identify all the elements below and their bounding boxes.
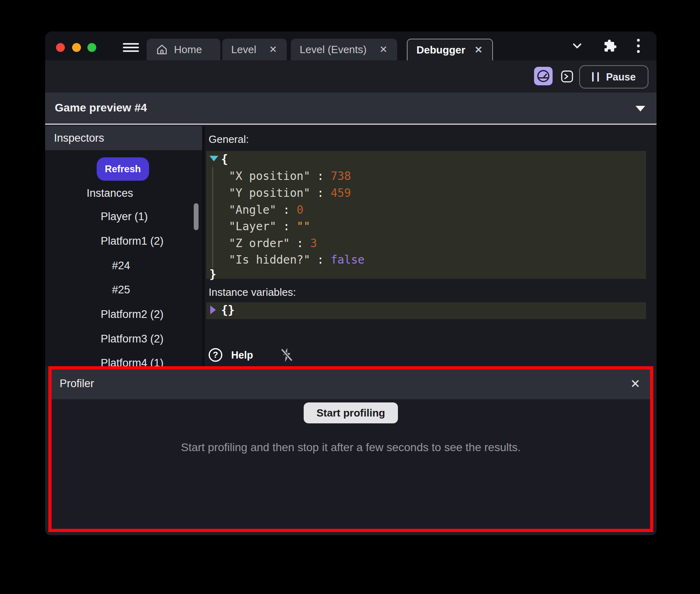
- home-icon: [155, 43, 168, 56]
- tab-level[interactable]: Level ✕: [222, 39, 287, 60]
- json-row-x-position[interactable]: "X position" : 738: [229, 169, 351, 183]
- pause-icon: [592, 72, 599, 82]
- tree-item-24[interactable]: #24: [112, 260, 130, 272]
- help-label: Help: [231, 349, 253, 361]
- close-icon[interactable]: ✕: [630, 377, 640, 391]
- json-row-y-position[interactable]: "Y position" : 459: [229, 186, 351, 200]
- profiler-title: Profiler: [60, 377, 94, 390]
- pause-label: Pause: [606, 71, 636, 83]
- general-label: General:: [209, 133, 249, 146]
- debugger-toolbar: Pause: [45, 60, 657, 93]
- game-preview-title: Game preview #4: [55, 101, 147, 114]
- sidebar-scrollbar-thumb[interactable]: [194, 203, 199, 230]
- json-open-brace: {: [221, 153, 228, 166]
- kebab-menu-icon[interactable]: [636, 38, 640, 54]
- console-icon[interactable]: [561, 70, 574, 83]
- profiler-body: Start profiling Start profiling and then…: [52, 399, 650, 529]
- tab-label: Debugger: [416, 44, 465, 56]
- general-json-view: { "X position" : 738 "Y position" : 459 …: [206, 151, 646, 279]
- tree-item-platform3[interactable]: Platform3 (2): [101, 333, 164, 345]
- inspectors-title: Inspectors: [54, 132, 104, 144]
- tab-label: Level (Events): [300, 43, 367, 56]
- json-row-layer[interactable]: "Layer" : "": [229, 220, 310, 233]
- tab-debugger-active[interactable]: Debugger ✕: [407, 39, 493, 60]
- tab-label: Home: [174, 43, 202, 56]
- tab-label: Level: [231, 43, 256, 56]
- profiler-description: Start profiling and then stop it after a…: [181, 441, 521, 454]
- instance-variables-json-view: {}: [206, 302, 646, 319]
- flash-off-icon[interactable]: [280, 347, 294, 363]
- collapse-caret-icon[interactable]: [209, 156, 218, 161]
- inspectors-sidebar: Inspectors Refresh Instances Player (1) …: [45, 126, 202, 366]
- json-row-angle[interactable]: "Angle" : 0: [229, 203, 303, 217]
- macos-minimize-button[interactable]: [72, 43, 81, 52]
- chevron-down-icon[interactable]: [636, 106, 645, 111]
- tree-item-platform1[interactable]: Platform1 (2): [101, 235, 164, 248]
- tree-item-instances[interactable]: Instances: [87, 187, 133, 200]
- inspector-detail-panel: General: { "X position" : 738 "Y positio…: [205, 126, 657, 366]
- titlebar: Home Level ✕ Level (Events) ✕ Debugger ✕: [45, 31, 657, 60]
- tab-home[interactable]: Home: [147, 39, 220, 60]
- hamburger-menu-icon[interactable]: [123, 43, 139, 52]
- tree-item-player[interactable]: Player (1): [101, 210, 148, 223]
- tab-close-icon[interactable]: ✕: [268, 44, 278, 55]
- help-icon[interactable]: ?: [209, 348, 222, 362]
- tab-close-icon[interactable]: ✕: [474, 44, 483, 56]
- pause-button[interactable]: Pause: [579, 65, 648, 89]
- macos-close-button[interactable]: [56, 43, 65, 52]
- tree-item-25[interactable]: #25: [112, 284, 130, 296]
- json-row-z-order[interactable]: "Z order" : 3: [229, 237, 317, 250]
- content-area: Inspectors Refresh Instances Player (1) …: [45, 126, 657, 366]
- profiler-panel: Profiler ✕ Start profiling Start profili…: [48, 366, 653, 532]
- indent-guide: [212, 167, 213, 268]
- help-row: ? Help: [209, 347, 294, 363]
- chevron-down-icon[interactable]: [570, 39, 584, 53]
- expand-caret-icon[interactable]: [210, 305, 216, 314]
- refresh-button[interactable]: Refresh: [97, 157, 149, 181]
- json-close-brace: }: [209, 268, 216, 281]
- inspectors-header: Inspectors: [45, 126, 202, 150]
- debugger-window: Home Level ✕ Level (Events) ✕ Debugger ✕: [45, 31, 657, 535]
- tree-item-platform2[interactable]: Platform2 (2): [101, 308, 164, 321]
- tab-close-icon[interactable]: ✕: [379, 44, 388, 55]
- instance-variables-label: Instance variables:: [209, 286, 296, 299]
- profiler-header: Profiler ✕: [52, 369, 650, 399]
- json-row-is-hidden[interactable]: "Is hidden?" : false: [229, 253, 364, 266]
- tab-level-events[interactable]: Level (Events) ✕: [291, 39, 397, 60]
- profiler-gauge-icon[interactable]: [534, 67, 553, 85]
- extensions-puzzle-icon[interactable]: [603, 39, 617, 53]
- start-profiling-button[interactable]: Start profiling: [304, 402, 398, 423]
- game-preview-header[interactable]: Game preview #4: [45, 93, 657, 125]
- empty-object-braces: {}: [221, 303, 235, 317]
- macos-zoom-button[interactable]: [87, 43, 96, 52]
